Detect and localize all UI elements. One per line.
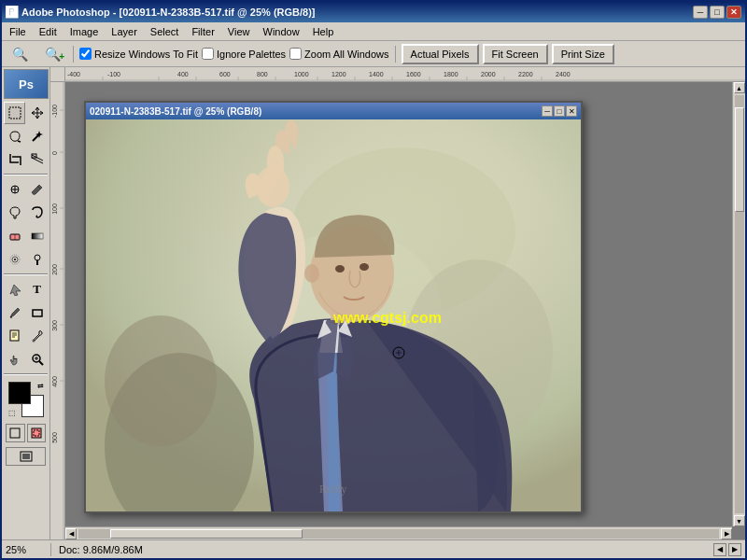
lasso-tool[interactable]	[4, 125, 25, 147]
history-brush-tool[interactable]	[26, 202, 48, 224]
toolbar-separator-1	[73, 46, 74, 63]
nav-prev-btn[interactable]: ◀	[713, 543, 726, 556]
print-size-button[interactable]: Print Size	[552, 44, 614, 64]
scroll-left-btn[interactable]: ◀	[65, 528, 77, 539]
fit-screen-button[interactable]: Fit Screen	[483, 44, 548, 64]
tool-row-1	[4, 102, 48, 124]
svg-text:2000: 2000	[481, 71, 496, 77]
tool-row-11	[4, 348, 48, 371]
svg-line-1	[18, 141, 21, 142]
scroll-up-btn[interactable]: ▲	[734, 82, 745, 93]
svg-text:300: 300	[51, 320, 58, 331]
menu-window[interactable]: Window	[258, 24, 305, 39]
maximize-button[interactable]: □	[710, 6, 725, 19]
svg-text:100: 100	[51, 203, 58, 215]
zoom-out-button[interactable]: 🔍	[6, 44, 35, 64]
nav-next-btn[interactable]: ▶	[728, 543, 741, 556]
document-title-bar: 020911-N-2383B-517.tif @ 25% (RGB/8) ─ □…	[86, 103, 581, 119]
path-select-tool[interactable]	[4, 278, 25, 301]
doc-close-btn[interactable]: ✕	[566, 105, 577, 117]
foreground-color-swatch[interactable]	[8, 382, 31, 404]
ignore-palettes-check[interactable]: Ignore Palettes	[202, 48, 286, 60]
svg-point-82	[335, 265, 345, 273]
minimize-button[interactable]: ─	[693, 6, 708, 19]
svg-text:600: 600	[219, 71, 231, 77]
scroll-down-btn[interactable]: ▼	[734, 515, 745, 526]
menu-layer[interactable]: Layer	[106, 24, 143, 39]
title-bar-text: Adobe Photoshop - [020911-N-2383B-517.ti…	[21, 7, 316, 18]
doc-maximize-btn[interactable]: □	[554, 105, 565, 117]
actual-pixels-button[interactable]: Actual Pixels	[402, 44, 479, 64]
document-window-controls: ─ □ ✕	[542, 105, 577, 117]
heal-tool[interactable]	[4, 178, 25, 201]
menu-help[interactable]: Help	[307, 24, 340, 39]
svg-line-24	[39, 361, 43, 365]
standard-mode-button[interactable]	[6, 424, 25, 442]
quick-mask-area	[4, 422, 48, 444]
h-scroll-track[interactable]	[78, 529, 719, 539]
h-ruler-svg: -400 -100 400 600 800 1000 1200	[65, 67, 745, 81]
h-scroll-thumb[interactable]	[110, 529, 303, 539]
menu-filter[interactable]: Filter	[186, 24, 219, 39]
menu-file[interactable]: File	[4, 24, 32, 39]
move-tool[interactable]	[26, 102, 48, 124]
v-scroll-track[interactable]	[735, 95, 744, 513]
menu-view[interactable]: View	[222, 24, 256, 39]
dodge-tool[interactable]	[26, 248, 48, 271]
eraser-tool[interactable]	[4, 225, 25, 247]
ruler-corner	[50, 67, 65, 82]
title-bar: 🅿 Adobe Photoshop - [020911-N-2383B-517.…	[2, 2, 745, 22]
svg-text:200: 200	[51, 264, 58, 275]
doc-minimize-btn[interactable]: ─	[542, 105, 553, 117]
toolbar-separator-2	[395, 46, 396, 63]
zoom-in-button[interactable]: +🔍	[38, 44, 67, 64]
crop-tool[interactable]	[4, 148, 25, 171]
painting-svg: www.cgtsj.com Reilly	[86, 119, 581, 511]
default-colors-icon[interactable]: ⬚	[8, 409, 16, 417]
resize-windows-check[interactable]: Resize Windows To Fit	[79, 48, 198, 60]
pen-tool[interactable]	[4, 301, 25, 324]
status-separator	[50, 543, 51, 556]
slice-tool[interactable]	[26, 148, 48, 171]
menu-image[interactable]: Image	[64, 24, 105, 39]
brush-tool[interactable]	[26, 178, 48, 201]
stamp-tool[interactable]	[4, 202, 25, 224]
blur-tool[interactable]	[4, 248, 25, 271]
menu-select[interactable]: Select	[145, 24, 185, 39]
svg-rect-18	[10, 330, 19, 341]
h-scrollbar[interactable]: ◀ ▶	[65, 526, 732, 539]
document-title: 020911-N-2383B-517.tif @ 25% (RGB/8)	[90, 106, 261, 117]
eyedropper-tool[interactable]	[26, 325, 48, 347]
menu-bar: File Edit Image Layer Select Filter View…	[2, 22, 745, 41]
ignore-palettes-label: Ignore Palettes	[217, 49, 286, 60]
zoom-all-windows-check[interactable]: Zoom All Windows	[289, 48, 388, 60]
notes-tool[interactable]	[4, 325, 25, 347]
magic-wand-tool[interactable]	[26, 125, 48, 147]
svg-point-14	[35, 255, 40, 260]
canvas-container[interactable]: 020911-N-2383B-517.tif @ 25% (RGB/8) ─ □…	[65, 82, 745, 539]
tool-row-10	[4, 325, 48, 347]
hand-tool[interactable]	[4, 348, 25, 371]
type-tool[interactable]: T	[26, 278, 48, 301]
title-bar-controls: ─ □ ✕	[693, 6, 741, 19]
svg-point-84	[304, 264, 319, 283]
quick-mask-mode-button[interactable]	[27, 424, 47, 442]
zoom-tool[interactable]	[26, 348, 48, 371]
tool-row-7	[4, 248, 48, 271]
canvas-and-vscroll: -100 0 100 200 300 400 500	[50, 82, 745, 539]
v-scroll-thumb[interactable]	[735, 107, 744, 212]
app-icon: 🅿	[6, 6, 18, 20]
horizontal-ruler: -400 -100 400 600 800 1000 1200	[65, 67, 745, 82]
gradient-tool[interactable]	[26, 225, 48, 247]
svg-text:1400: 1400	[369, 71, 384, 77]
tool-row-9	[4, 301, 48, 324]
swap-colors-icon[interactable]: ⇄	[37, 382, 44, 390]
shape-tool[interactable]	[26, 301, 48, 324]
marquee-tool[interactable]	[4, 102, 25, 124]
menu-edit[interactable]: Edit	[34, 24, 63, 39]
screen-mode-button[interactable]	[6, 447, 46, 466]
v-scrollbar[interactable]: ▲ ▼	[732, 82, 745, 526]
close-button[interactable]: ✕	[726, 6, 741, 19]
scroll-right-btn[interactable]: ▶	[721, 528, 732, 539]
zoom-all-windows-label: Zoom All Windows	[304, 49, 388, 60]
